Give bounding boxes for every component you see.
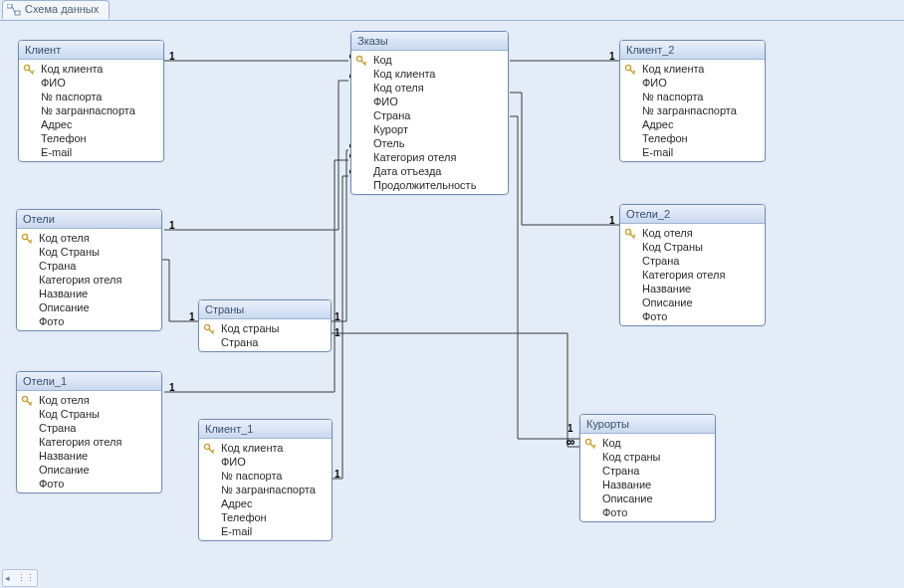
field[interactable]: Адрес	[620, 117, 765, 131]
table-fields: Код отеля Код Страны Страна Категория от…	[620, 224, 765, 325]
field[interactable]: Телефон	[19, 131, 163, 145]
field[interactable]: Курорт	[351, 122, 508, 136]
field[interactable]: ФИО	[351, 95, 508, 108]
field-pk[interactable]: Код	[580, 436, 715, 450]
field[interactable]: № загранпаспорта	[199, 483, 332, 496]
field[interactable]: Страна	[17, 421, 161, 435]
field[interactable]: Название	[620, 282, 765, 295]
field[interactable]: Категория отеля	[351, 150, 508, 164]
field[interactable]: Адрес	[19, 117, 163, 131]
card-1: 1	[169, 382, 175, 393]
tab-bar: Схема данных	[0, 0, 904, 21]
field[interactable]: Код отеля	[351, 81, 508, 95]
svg-line-26	[212, 450, 214, 452]
field[interactable]: Телефон	[620, 131, 765, 145]
table-title[interactable]: Клиент_2	[620, 41, 765, 60]
field[interactable]: Фото	[17, 314, 161, 328]
field-pk[interactable]: Код	[351, 53, 508, 67]
field[interactable]: Код Страны	[620, 240, 765, 254]
table-title[interactable]: Отели	[17, 210, 161, 229]
field[interactable]: Код Страны	[17, 407, 161, 421]
relationships-canvas[interactable]: 1 8 1 8 1 8 1 8 1 8 1 8 1 8 1 8 1 8 1 8 …	[0, 21, 904, 588]
table-title[interactable]: Отели_1	[17, 372, 161, 391]
scroll-grip-icon[interactable]: ⋮⋮	[17, 574, 35, 583]
table-oteli-2[interactable]: Отели_2 Код отеля Код Страны Страна Кате…	[619, 204, 766, 326]
svg-line-8	[364, 62, 366, 64]
field[interactable]: Страна	[620, 254, 765, 268]
field[interactable]: E-mail	[19, 145, 163, 159]
field[interactable]: № паспорта	[19, 90, 163, 103]
field[interactable]: ФИО	[199, 455, 332, 469]
table-oteli[interactable]: Отели Код отеля Код Страны Страна Катего…	[16, 209, 162, 331]
field[interactable]: № загранпаспорта	[620, 103, 765, 117]
card-1: 1	[609, 51, 615, 62]
field[interactable]: Телефон	[199, 510, 332, 524]
key-icon	[355, 55, 367, 67]
field-pk[interactable]: Код страны	[199, 321, 331, 335]
field[interactable]: Страна	[580, 464, 715, 478]
table-klient-1[interactable]: Клиент_1 Код клиента ФИО № паспорта № за…	[198, 419, 333, 541]
field[interactable]: Описание	[17, 463, 161, 477]
card-1: 1	[335, 311, 340, 322]
svg-point-12	[22, 234, 27, 239]
field-pk[interactable]: Код клиента	[199, 441, 332, 455]
field[interactable]: E-mail	[199, 524, 332, 538]
field[interactable]: Код страны	[580, 450, 715, 464]
table-strany[interactable]: Страны Код страны Страна	[198, 299, 332, 352]
field[interactable]: № паспорта	[199, 469, 332, 483]
table-title[interactable]: Клиент_1	[199, 420, 332, 439]
svg-point-3	[24, 65, 29, 70]
field[interactable]: Код клиента	[351, 67, 508, 81]
field[interactable]: Дата отъезда	[351, 164, 508, 178]
field-pk[interactable]: Код отеля	[17, 393, 161, 407]
table-fields: Код Код страны Страна Название Описание …	[580, 434, 715, 521]
field[interactable]: № паспорта	[620, 90, 765, 103]
field[interactable]: Страна	[199, 335, 331, 349]
field[interactable]: Страна	[351, 108, 508, 122]
table-title[interactable]: Клиент	[19, 41, 163, 60]
field[interactable]: Категория отеля	[17, 435, 161, 449]
tab-schema[interactable]: Схема данных	[2, 0, 110, 19]
field[interactable]: Страна	[17, 259, 161, 273]
table-title[interactable]: Курорты	[580, 415, 715, 434]
field-pk[interactable]: Код клиента	[620, 62, 765, 76]
field[interactable]: Фото	[17, 477, 161, 490]
field[interactable]: E-mail	[620, 145, 765, 159]
table-title[interactable]: Отели_2	[620, 205, 765, 224]
field[interactable]: Категория отеля	[17, 273, 161, 287]
field[interactable]: ФИО	[620, 76, 765, 90]
field-pk[interactable]: Код клиента	[19, 62, 163, 76]
field-pk[interactable]: Код отеля	[620, 226, 765, 240]
field[interactable]: Продолжительность	[351, 178, 508, 192]
table-klient-2[interactable]: Клиент_2 Код клиента ФИО № паспорта № за…	[619, 40, 766, 162]
card-1: 1	[169, 220, 175, 231]
key-icon	[21, 233, 33, 245]
table-kurorty[interactable]: Курорты Код Код страны Страна Название О…	[579, 414, 716, 522]
field[interactable]: Название	[17, 287, 161, 300]
table-title[interactable]: Страны	[199, 300, 331, 319]
field[interactable]: Фото	[580, 505, 715, 519]
field[interactable]: Описание	[580, 491, 715, 505]
field[interactable]: Категория отеля	[620, 268, 765, 282]
card-1: 1	[567, 423, 573, 434]
table-klient[interactable]: Клиент Код клиента ФИО № паспорта № загр…	[18, 40, 164, 162]
field[interactable]: № загранпаспорта	[19, 103, 163, 117]
field[interactable]: Описание	[620, 295, 765, 309]
card-1: 1	[609, 215, 615, 226]
horizontal-scroll-stub[interactable]: ◂ ⋮⋮	[2, 569, 38, 587]
field[interactable]: Название	[580, 478, 715, 491]
key-icon	[584, 438, 596, 450]
table-title[interactable]: Зказы	[351, 32, 508, 51]
field[interactable]: Фото	[620, 309, 765, 323]
field[interactable]: Код Страны	[17, 245, 161, 259]
table-zakazy[interactable]: Зказы Код Код клиента Код отеля ФИО Стра…	[350, 31, 509, 195]
field[interactable]: Отель	[351, 136, 508, 150]
field[interactable]: Название	[17, 449, 161, 463]
field-pk[interactable]: Код отеля	[17, 231, 161, 245]
field[interactable]: Адрес	[199, 496, 332, 510]
field[interactable]: ФИО	[19, 76, 163, 90]
scroll-left-icon[interactable]: ◂	[5, 574, 10, 583]
table-oteli-1[interactable]: Отели_1 Код отеля Код Страны Страна Кате…	[16, 371, 162, 493]
field[interactable]: Описание	[17, 300, 161, 314]
svg-line-17	[633, 235, 635, 237]
